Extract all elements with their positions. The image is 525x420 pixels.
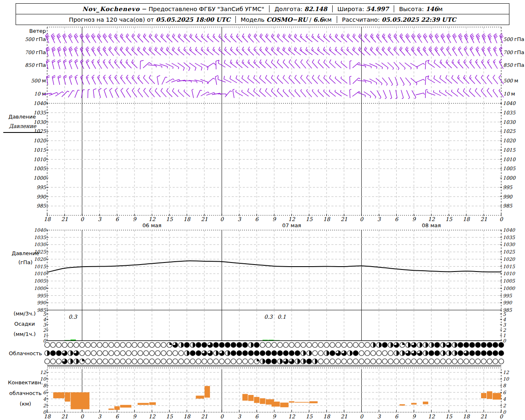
svg-text:1000: 1000 [34,285,47,291]
header-text: COSMO−RU [266,16,307,23]
svg-text:0: 0 [503,338,507,344]
header-text: 146 [426,5,438,12]
svg-text:1015: 1015 [34,264,46,269]
convective-cloud-bar [309,401,317,403]
svg-text:1005: 1005 [503,166,516,171]
svg-text:18: 18 [463,216,470,222]
convective-cloud-bar [65,393,70,402]
svg-text:1010: 1010 [33,157,46,162]
svg-text:1020: 1020 [503,256,516,262]
svg-text:3: 3 [43,322,46,328]
convective-cloud-bar [481,393,486,398]
convective-cloud-bar [487,391,492,399]
convective-cloud-bar [411,403,417,404]
svg-text:0: 0 [503,409,507,415]
svg-text:995: 995 [37,293,46,299]
svg-text:Ветер: Ветер [29,28,46,34]
svg-text:21: 21 [61,413,68,420]
convective-cloud-bar [254,397,259,403]
wind-barbs-row-1 [46,47,503,57]
svg-text:5: 5 [503,311,506,317]
header-text: км [324,16,332,23]
svg-text:9: 9 [412,216,416,222]
svg-text:12: 12 [428,413,435,420]
wind-barbs-row-4 [43,88,503,99]
header-text: Долгота: [274,6,304,12]
header: Nov_Kochenevo − Предоставлено ФГБУ "ЗапС… [16,3,509,25]
svg-text:1015: 1015 [503,264,515,269]
svg-text:990: 990 [503,194,513,200]
wind-panel: Ветер500 гПа500 гПа700 гПа700 гПа850 гПа… [25,27,525,103]
convective-cloud-bar [109,409,114,410]
svg-text:15: 15 [306,413,313,420]
svg-text:1040: 1040 [34,227,47,233]
svg-text:990: 990 [37,300,47,306]
svg-text:1035: 1035 [503,110,516,116]
header-separator [269,5,269,12]
convective-cloud-bar [423,402,428,404]
svg-text:1000: 1000 [503,175,516,181]
convective-cloud-bar [260,398,265,404]
svg-text:4: 4 [503,396,506,402]
header-separator [235,16,236,23]
svg-text:8: 8 [43,383,47,388]
svg-text:21: 21 [480,413,487,420]
convective-cloud-bar [280,403,288,407]
svg-text:1: 1 [503,333,506,338]
wind-level-label: 10 м [34,91,46,97]
svg-text:9: 9 [412,413,416,420]
svg-text:985: 985 [503,203,513,209]
svg-text:07 мая: 07 мая [282,222,301,228]
svg-text:5: 5 [43,311,46,317]
cloud-row-0 [45,342,504,347]
svg-text:(гПа): (гПа) [18,259,33,265]
svg-text:1030: 1030 [503,242,516,247]
meteogram-chart: Ветер500 гПа500 гПа700 гПа700 гПа850 гПа… [0,0,525,420]
svg-text:15: 15 [166,413,173,420]
svg-text:4: 4 [503,317,506,322]
header-text: 82.148 [304,5,327,12]
convective-cloud-bar [196,396,204,399]
svg-text:9: 9 [272,216,276,222]
svg-text:2: 2 [503,327,506,333]
svg-text:4: 4 [43,317,46,322]
svg-text:1025: 1025 [503,128,516,134]
svg-text:0: 0 [500,216,504,222]
svg-text:995: 995 [37,185,46,190]
svg-text:21: 21 [341,413,348,420]
svg-text:6: 6 [115,413,119,420]
svg-text:(км): (км) [20,401,31,407]
header-text: 6.6 [313,16,324,23]
convective-cloud-bar [295,402,309,403]
svg-text:18: 18 [463,413,470,420]
header-text: Прогноз на 120 часа(ов) от [69,16,156,23]
header-text: 54.997 [366,5,389,12]
svg-text:18: 18 [323,216,331,222]
convective-cloud-bar [289,401,294,402]
svg-text:Давление: Давление [9,123,37,129]
svg-text:облачность: облачность [9,390,42,396]
svg-text:1005: 1005 [33,166,46,171]
svg-text:Давление: Давление [8,114,36,120]
svg-text:0: 0 [360,413,364,420]
wind-level-label: 500 гПа [503,36,524,42]
svg-text:12: 12 [40,370,46,375]
header-separator [337,16,337,23]
convective-cloud-bar [120,405,131,407]
svg-text:990: 990 [503,300,513,306]
svg-text:6: 6 [503,390,507,395]
convective-cloud-bar [272,402,280,406]
svg-text:12: 12 [288,413,295,420]
header-text: Широта: [338,6,366,12]
header-separator [332,5,333,12]
svg-text:9: 9 [133,413,137,420]
cloudiness-panel: Облачность [9,342,504,366]
convective-cloud-bar [53,393,64,399]
pressure-panel: 1040104010351035103010301025102510201020… [11,227,515,313]
svg-text:1040: 1040 [33,100,46,106]
header-separator [394,5,394,12]
svg-text:06 мая: 06 мая [142,222,161,228]
svg-text:1000: 1000 [33,175,46,181]
wind-level-label: 500 гПа [25,36,46,42]
svg-text:1035: 1035 [503,235,515,240]
